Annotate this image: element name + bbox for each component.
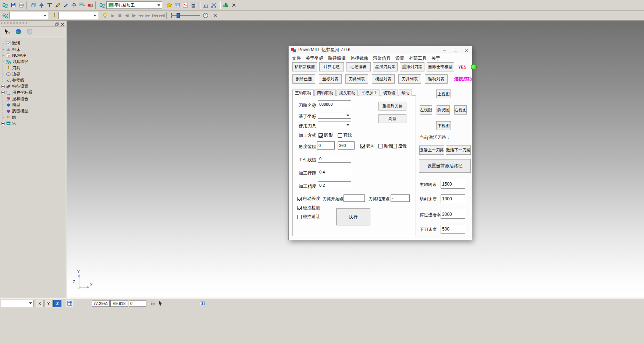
tree-item-patterns[interactable]: 参考线 (1, 77, 66, 84)
world-icon[interactable] (14, 28, 22, 36)
menu-settings[interactable]: 设置 (395, 55, 404, 62)
clock-icon[interactable] (202, 11, 210, 20)
view-right-button[interactable]: 右视图 (454, 105, 467, 115)
pointer-icon[interactable] (157, 300, 164, 307)
cursor-x-input[interactable] (92, 300, 110, 307)
tree-item-levels-sets[interactable]: 层和组合 (1, 96, 66, 102)
chart-icon[interactable] (202, 1, 210, 9)
cutting-feed-input[interactable] (441, 194, 465, 203)
toolpath-select[interactable] (9, 12, 48, 19)
status-filter-select[interactable] (1, 300, 34, 307)
drag-grip[interactable] (1, 22, 27, 24)
grid-toggle-button[interactable] (66, 300, 73, 307)
tool-select[interactable] (58, 12, 98, 19)
collate-icon[interactable] (78, 1, 86, 9)
shield-icon[interactable] (26, 28, 34, 36)
activate-next-button[interactable]: 激活下一刀路 (446, 145, 471, 155)
activate-prev-button[interactable]: 激活上一刀路 (419, 145, 444, 155)
toolpath-list-button[interactable]: 刀路列表 (345, 74, 368, 84)
angle-min-input[interactable] (317, 141, 335, 150)
star-icon[interactable] (165, 1, 173, 9)
macro-t-icon[interactable] (46, 1, 54, 9)
tree-item-macros[interactable]: 宏 (1, 120, 66, 127)
menu-coords[interactable]: 关于坐标 (306, 55, 323, 62)
float-panel-icon[interactable] (55, 21, 59, 28)
refresh-button[interactable]: 刷新 (378, 114, 406, 123)
tree-item-machine-tools[interactable]: 机床 (1, 46, 66, 53)
cursor-z-input[interactable] (129, 300, 146, 307)
datum-icon[interactable] (38, 1, 46, 9)
angle-max-input[interactable] (338, 141, 355, 150)
tab-saw[interactable]: 切割锯 (381, 89, 398, 96)
tree-item-models[interactable]: 模型 (1, 102, 66, 108)
circle-checkbox[interactable] (319, 133, 323, 138)
pause-icon[interactable]: ▮▮ (116, 14, 123, 17)
tolerance-input[interactable] (318, 181, 351, 189)
step-back-icon[interactable]: ◀▮ (123, 14, 130, 17)
tab-parallel[interactable]: 平行加工 (359, 89, 380, 96)
tool-library-button[interactable]: 星河刀具库 (373, 62, 398, 71)
tree-item-stock-models[interactable]: 残留模型 (1, 108, 66, 114)
tree-item-activate[interactable]: 激活 (1, 40, 66, 46)
tab-3axis[interactable]: 三轴联动 (292, 89, 314, 96)
select-plus-icon[interactable] (3, 28, 11, 36)
axis-z-button[interactable]: Z (53, 300, 61, 307)
move-icon[interactable] (70, 1, 78, 9)
board-icon[interactable] (181, 1, 189, 9)
rewind-icon[interactable]: ◀◀ (137, 14, 144, 17)
stepover-input[interactable] (318, 168, 351, 176)
line-checkbox[interactable] (338, 133, 342, 138)
tool-icon[interactable] (50, 11, 58, 20)
tree-item-nc-programs[interactable]: NC程序 (1, 53, 66, 59)
fast-forward-icon[interactable]: ▶▶ (144, 14, 151, 17)
calculator-icon[interactable] (189, 1, 198, 9)
rearrange-toolpaths-button[interactable]: 重排列刀路 (400, 62, 424, 71)
close-toolbar-icon[interactable] (211, 11, 219, 20)
close-icon[interactable] (461, 46, 472, 54)
block-edit-button[interactable]: 毛坯编辑 (346, 62, 371, 71)
start-point-input[interactable] (344, 194, 365, 202)
grid-sheet-icon[interactable] (173, 1, 181, 9)
use-tool-select[interactable] (318, 122, 351, 128)
base-coord-select[interactable] (318, 112, 351, 119)
collision-avoid-checkbox[interactable] (297, 215, 302, 219)
auto-length-checkbox[interactable] (297, 197, 302, 201)
menu-external-tools[interactable]: 外部工具 (409, 55, 427, 62)
menu-path-edit[interactable]: 路径编辑 (328, 55, 346, 62)
minimize-icon[interactable] (439, 46, 450, 54)
menu-about[interactable]: 关于 (431, 55, 440, 62)
tree-item-groups[interactable]: 组 (1, 114, 66, 120)
view-bottom-button[interactable]: 下视图 (436, 121, 451, 130)
tab-swivel-head[interactable]: 摆头联动 (337, 89, 358, 96)
plunge-feed-input[interactable] (441, 225, 465, 234)
skim-feed-input[interactable] (441, 210, 465, 219)
expand-icon[interactable] (1, 122, 5, 125)
close-panel-icon[interactable] (61, 21, 64, 28)
collision-check-checkbox[interactable] (297, 206, 302, 210)
tree-item-workplanes[interactable]: 用户坐标系 (1, 89, 66, 96)
view-top-button[interactable]: 上视图 (436, 89, 451, 98)
pen-icon[interactable] (62, 1, 70, 9)
toolpath-icon[interactable] (1, 1, 9, 9)
delete-selected-button[interactable]: 删除已选 (292, 74, 315, 84)
go-start-icon[interactable]: ▮◀◀ (151, 14, 158, 17)
execute-button[interactable]: 执行 (336, 208, 370, 225)
tool-list-button[interactable]: 刀具列表 (398, 74, 421, 84)
bidirectional-checkbox[interactable] (360, 144, 365, 148)
strategy-dropdown[interactable]: 平行精加工 (106, 1, 162, 9)
simulation-speed-slider[interactable] (171, 12, 200, 19)
end-point-input[interactable] (391, 194, 410, 202)
menu-file[interactable]: 文件 (292, 55, 301, 62)
print-icon[interactable] (17, 1, 25, 9)
expand-icon[interactable] (1, 91, 5, 94)
tree-item-tools[interactable]: 刀具 (1, 65, 66, 71)
bulb-icon[interactable] (101, 11, 109, 20)
rearrange-button[interactable]: 重排列刀路 (378, 102, 406, 110)
step-forward-icon[interactable]: ▮▶ (130, 14, 137, 17)
climb-checkbox[interactable] (378, 144, 383, 148)
tree-item-toolpaths[interactable]: 刀具路径 (1, 59, 66, 65)
close-toolbar-icon[interactable] (230, 1, 238, 9)
coord-list-button[interactable]: 坐标列表 (319, 74, 342, 84)
axis-y-button[interactable]: Y (45, 300, 53, 307)
play-icon[interactable]: ▶ (109, 13, 116, 18)
